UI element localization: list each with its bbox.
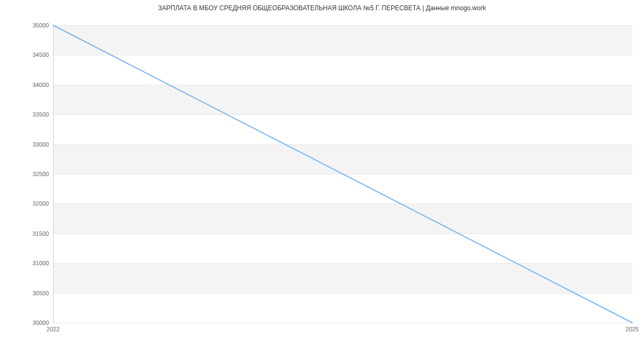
y-tick-label: 32500: [32, 171, 53, 177]
plot-area: 35000 34500 34000 33500 33000 32500 3200…: [53, 25, 632, 323]
y-tick-label: 31500: [32, 230, 53, 237]
y-tick-label: 33000: [32, 141, 53, 148]
y-tick-label: 32000: [32, 200, 53, 207]
series-line-svg: [53, 25, 632, 323]
y-tick-label: 34000: [32, 82, 53, 88]
y-tick-label: 35000: [32, 22, 53, 28]
chart-title: ЗАРПЛАТА В МБОУ СРЕДНЯЯ ОБЩЕОБРАЗОВАТЕЛЬ…: [0, 4, 644, 12]
chart-container: ЗАРПЛАТА В МБОУ СРЕДНЯЯ ОБЩЕОБРАЗОВАТЕЛЬ…: [0, 0, 644, 349]
y-tick-label: 31000: [32, 260, 53, 266]
gridline: [53, 323, 632, 323]
y-tick-label: 34500: [32, 52, 53, 58]
y-tick-label: 33500: [32, 111, 53, 118]
y-tick-label: 30500: [32, 290, 53, 296]
series-line: [53, 25, 632, 323]
x-tick-label: 2022: [47, 323, 60, 332]
x-tick-label: 2025: [626, 323, 639, 332]
